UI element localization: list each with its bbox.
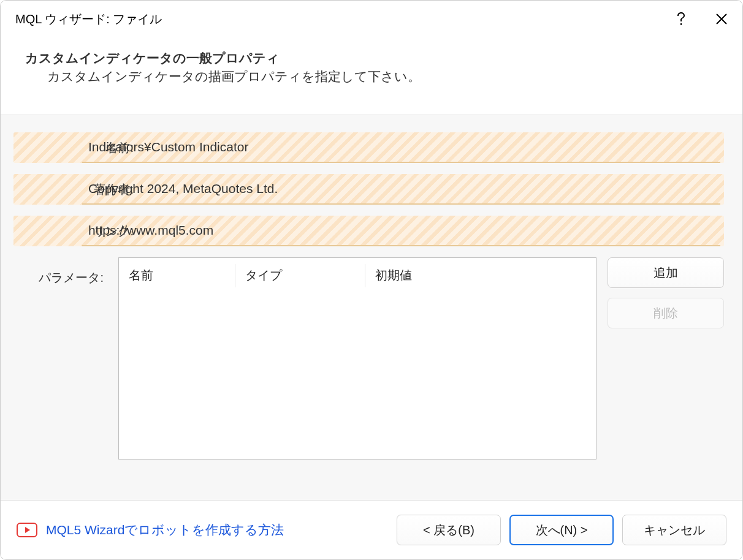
- cancel-button[interactable]: キャンセル: [622, 515, 726, 545]
- field-row-link: 3 リンク:: [51, 216, 724, 246]
- wizard-header: カスタムインディケータの一般プロパティ カスタムインディケータの描画プロパティを…: [1, 37, 742, 115]
- link-label: リンク:: [80, 216, 141, 246]
- params-row: パラメータ: 名前 タイプ 初期値 追加 削除: [19, 257, 724, 460]
- name-label: 名前:: [80, 132, 141, 163]
- params-side-buttons: 追加 削除: [608, 257, 724, 328]
- params-header-initial[interactable]: 初期値: [365, 264, 596, 287]
- window-title: MQL ウィザード: ファイル: [15, 11, 162, 28]
- params-table[interactable]: 名前 タイプ 初期値: [118, 257, 596, 460]
- link-input[interactable]: [82, 216, 720, 246]
- help-button[interactable]: [673, 10, 690, 28]
- wizard-footer: MQL5 Wizardでロボットを作成する方法 < 戻る(B) 次へ(N) > …: [1, 501, 742, 559]
- author-input[interactable]: [82, 174, 720, 205]
- params-table-header: 名前 タイプ 初期値: [119, 258, 596, 289]
- delete-button: 削除: [608, 298, 724, 328]
- footer-right: < 戻る(B) 次へ(N) > キャンセル: [397, 515, 726, 545]
- next-button[interactable]: 次へ(N) >: [509, 515, 614, 545]
- back-button[interactable]: < 戻る(B): [397, 515, 501, 545]
- youtube-icon[interactable]: [17, 523, 37, 537]
- close-icon: [715, 13, 728, 25]
- help-video-link[interactable]: MQL5 Wizardでロボットを作成する方法: [46, 521, 284, 539]
- field-row-author: 2 著作者:: [51, 174, 724, 205]
- field-row-name: 1 名前:: [51, 132, 724, 163]
- play-triangle-icon: [25, 527, 30, 533]
- wizard-dialog: MQL ウィザード: ファイル カスタムインディケータの一般プロパティ カスタム…: [0, 0, 743, 560]
- params-header-type[interactable]: タイプ: [235, 264, 365, 287]
- params-header-name[interactable]: 名前: [119, 264, 235, 287]
- add-button[interactable]: 追加: [608, 257, 724, 288]
- header-title: カスタムインディケータの一般プロパティ: [25, 50, 718, 67]
- header-subtitle: カスタムインディケータの描画プロパティを指定して下さい。: [25, 68, 718, 85]
- close-button[interactable]: [713, 10, 730, 28]
- name-input[interactable]: [82, 132, 720, 163]
- wizard-body: 1 名前: 2 著作者: 3: [1, 115, 742, 501]
- help-icon: [676, 12, 686, 26]
- titlebar: MQL ウィザード: ファイル: [1, 1, 742, 37]
- footer-left: MQL5 Wizardでロボットを作成する方法: [17, 521, 284, 539]
- titlebar-controls: [673, 10, 730, 28]
- params-label: パラメータ:: [19, 257, 107, 286]
- author-label: 著作者:: [80, 174, 141, 205]
